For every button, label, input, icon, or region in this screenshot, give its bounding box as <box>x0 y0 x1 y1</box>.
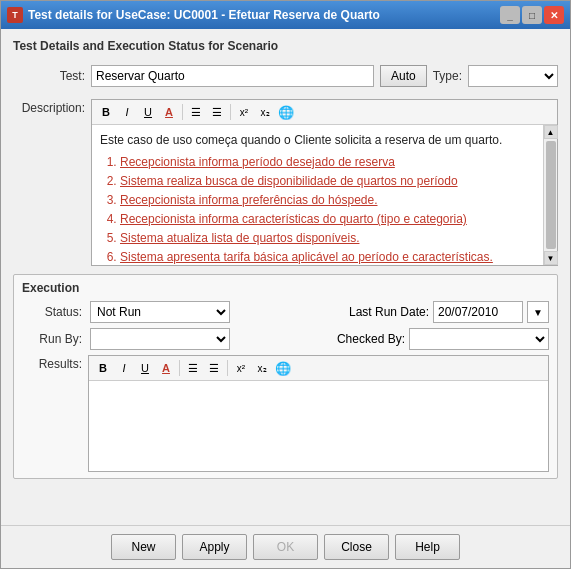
section-subtitle: Test Details and Execution Status for Sc… <box>13 39 558 53</box>
results-italic-button[interactable]: I <box>114 358 134 378</box>
status-row: Status: Not Run Pass Fail Blocked Last R… <box>22 301 549 323</box>
results-superscript-button[interactable]: x² <box>231 358 251 378</box>
toolbar-sep-2 <box>230 104 231 120</box>
description-scroll-wrap: Este caso de uso começa quando o Cliente… <box>92 125 557 265</box>
execution-group: Execution Status: Not Run Pass Fail Bloc… <box>13 274 558 479</box>
last-run-label: Last Run Date: <box>349 305 429 319</box>
results-subscript-button[interactable]: x₂ <box>252 358 272 378</box>
scroll-thumb[interactable] <box>546 141 556 249</box>
results-emoji-button[interactable]: 🌐 <box>273 358 293 378</box>
checked-by-group: Checked By: <box>337 328 549 350</box>
apply-button[interactable]: Apply <box>182 534 247 560</box>
results-color-a-button[interactable]: A <box>156 358 176 378</box>
description-intro: Este caso de uso começa quando o Cliente… <box>100 131 535 149</box>
last-run-date-input[interactable] <box>433 301 523 323</box>
title-controls: _ □ ✕ <box>500 6 564 24</box>
execution-label: Execution <box>22 281 549 295</box>
results-row: Results: B I U A ☰ ☰ x² x <box>22 355 549 472</box>
description-row: Description: B I U A ☰ ☰ x² x₂ 🌐 <box>13 99 558 266</box>
description-editor-wrap: B I U A ☰ ☰ x² x₂ 🌐 <box>91 99 558 266</box>
description-editor: B I U A ☰ ☰ x² x₂ 🌐 <box>91 99 558 266</box>
window-body: Test Details and Execution Status for Sc… <box>1 29 570 525</box>
results-ul-button[interactable]: ☰ <box>183 358 203 378</box>
auto-button[interactable]: Auto <box>380 65 427 87</box>
ordered-list-button[interactable]: ☰ <box>207 102 227 122</box>
checked-by-label: Checked By: <box>337 332 405 346</box>
description-scrollbar[interactable]: ▲ ▼ <box>543 125 557 265</box>
description-list: Recepcionista informa período desejado d… <box>120 153 535 265</box>
results-label: Results: <box>22 355 82 371</box>
list-item: Recepcionista informa preferências do hó… <box>120 191 535 209</box>
results-bold-button[interactable]: B <box>93 358 113 378</box>
title-bar: T Test details for UseCase: UC0001 - Efe… <box>1 1 570 29</box>
toolbar-sep-1 <box>182 104 183 120</box>
italic-button[interactable]: I <box>117 102 137 122</box>
new-button[interactable]: New <box>111 534 176 560</box>
unordered-list-button[interactable]: ☰ <box>186 102 206 122</box>
results-sep-1 <box>179 360 180 376</box>
close-button[interactable]: Close <box>324 534 389 560</box>
emoji-button[interactable]: 🌐 <box>276 102 296 122</box>
type-select[interactable] <box>468 65 558 87</box>
run-by-select[interactable] <box>90 328 230 350</box>
test-name-input[interactable] <box>91 65 374 87</box>
test-label: Test: <box>13 69 85 83</box>
type-label: Type: <box>433 69 462 83</box>
run-by-label: Run By: <box>22 332 82 346</box>
results-toolbar: B I U A ☰ ☰ x² x₂ 🌐 <box>89 356 548 381</box>
results-ol-button[interactable]: ☰ <box>204 358 224 378</box>
list-item: Recepcionista informa período desejado d… <box>120 153 535 171</box>
results-sep-2 <box>227 360 228 376</box>
checked-by-select[interactable] <box>409 328 549 350</box>
description-content[interactable]: Este caso de uso começa quando o Cliente… <box>92 125 543 265</box>
scroll-down-arrow[interactable]: ▼ <box>544 251 558 265</box>
underline-button[interactable]: U <box>138 102 158 122</box>
close-window-button[interactable]: ✕ <box>544 6 564 24</box>
color-a-icon: A <box>165 106 173 118</box>
description-label: Description: <box>13 99 85 115</box>
last-run-group: Last Run Date: ▼ <box>349 301 549 323</box>
minimize-button[interactable]: _ <box>500 6 520 24</box>
bold-button[interactable]: B <box>96 102 116 122</box>
window-icon: T <box>7 7 23 23</box>
description-toolbar: B I U A ☰ ☰ x² x₂ 🌐 <box>92 100 557 125</box>
results-color-a-icon: A <box>162 362 170 374</box>
maximize-button[interactable]: □ <box>522 6 542 24</box>
list-item: Sistema apresenta tarifa básica aplicáve… <box>120 248 535 265</box>
status-select[interactable]: Not Run Pass Fail Blocked <box>90 301 230 323</box>
description-content-area: Este caso de uso começa quando o Cliente… <box>92 125 543 265</box>
subscript-button[interactable]: x₂ <box>255 102 275 122</box>
results-content[interactable] <box>89 381 548 471</box>
results-editor: B I U A ☰ ☰ x² x₂ 🌐 <box>88 355 549 472</box>
status-label: Status: <box>22 305 82 319</box>
list-item: Sistema realiza busca de disponibilidade… <box>120 172 535 190</box>
results-underline-button[interactable]: U <box>135 358 155 378</box>
scroll-up-arrow[interactable]: ▲ <box>544 125 558 139</box>
ok-button[interactable]: OK <box>253 534 318 560</box>
test-row: Test: Auto Type: <box>13 65 558 87</box>
title-bar-left: T Test details for UseCase: UC0001 - Efe… <box>7 7 380 23</box>
main-window: T Test details for UseCase: UC0001 - Efe… <box>0 0 571 569</box>
list-item: Sistema atualiza lista de quartos dispon… <box>120 229 535 247</box>
run-by-row: Run By: Checked By: <box>22 328 549 350</box>
results-editor-wrap: B I U A ☰ ☰ x² x₂ 🌐 <box>88 355 549 472</box>
help-button[interactable]: Help <box>395 534 460 560</box>
window-title: Test details for UseCase: UC0001 - Efetu… <box>28 8 380 22</box>
superscript-button[interactable]: x² <box>234 102 254 122</box>
color-a-button[interactable]: A <box>159 102 179 122</box>
date-picker-button[interactable]: ▼ <box>527 301 549 323</box>
list-item: Recepcionista informa características do… <box>120 210 535 228</box>
footer: New Apply OK Close Help <box>1 525 570 568</box>
